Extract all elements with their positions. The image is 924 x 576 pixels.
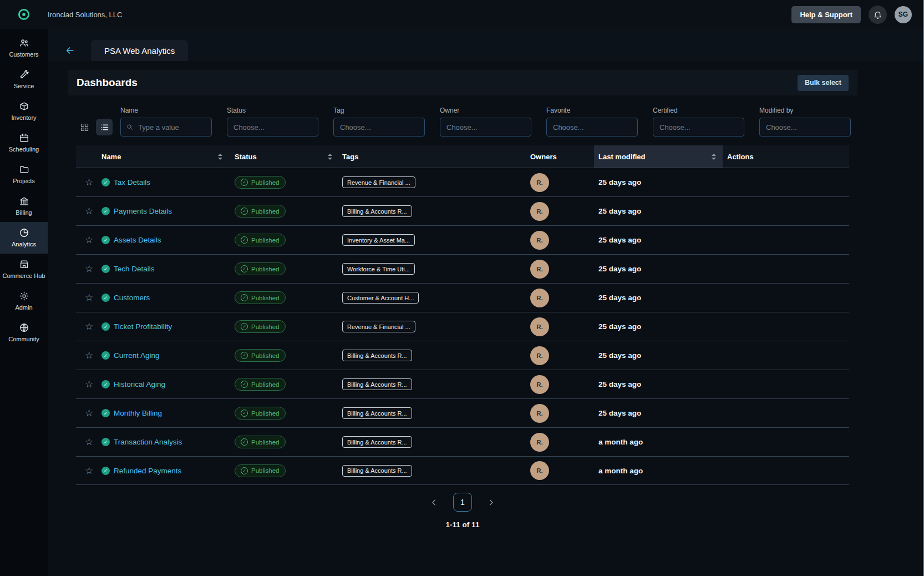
- page-number-button[interactable]: 1: [453, 493, 472, 512]
- owner-avatar[interactable]: R.: [530, 346, 549, 365]
- dashboard-name-link[interactable]: Current Aging: [114, 351, 160, 360]
- filter-search-input[interactable]: [137, 123, 206, 132]
- grid-view-icon[interactable]: [76, 119, 93, 135]
- owner-avatar[interactable]: R.: [530, 202, 549, 221]
- bulk-select-button[interactable]: Bulk select: [798, 75, 849, 91]
- notifications-bell-icon[interactable]: [869, 6, 887, 24]
- table-row: ☆✓Monthly Billing✓PublishedBilling & Acc…: [76, 398, 849, 427]
- dashboard-name-link[interactable]: Refunded Payments: [114, 467, 181, 475]
- tag-chip[interactable]: Revenue & Financial ...: [342, 321, 415, 332]
- owner-avatar[interactable]: R.: [530, 461, 549, 480]
- dashboard-name-link[interactable]: Assets Details: [114, 236, 161, 244]
- owner-avatar[interactable]: R.: [530, 375, 549, 394]
- dashboard-name-link[interactable]: Monthly Billing: [114, 409, 162, 417]
- sidebar-item-scheduling[interactable]: Scheduling: [0, 127, 48, 159]
- filter-choose-input[interactable]: [658, 123, 739, 132]
- owner-avatar[interactable]: R.: [530, 231, 549, 250]
- dashboard-name-link[interactable]: Transaction Analysis: [114, 438, 182, 446]
- filter-field-status: Status: [227, 107, 318, 137]
- sidebar-item-billing[interactable]: Billing: [0, 190, 48, 222]
- favorite-star-icon[interactable]: ☆: [85, 293, 93, 302]
- gear-icon: [19, 291, 29, 301]
- status-badge: ✓Published: [235, 262, 286, 275]
- owner-avatar[interactable]: R.: [530, 433, 549, 452]
- filter-choose-input[interactable]: [765, 123, 845, 132]
- table-row: ☆✓Tax Details✓PublishedRevenue & Financi…: [76, 168, 849, 196]
- filter-choose-input[interactable]: [552, 123, 632, 132]
- tag-chip[interactable]: Billing & Accounts R...: [342, 465, 412, 477]
- table-header: Name Status Tags Owners: [76, 145, 849, 168]
- tags-cell: Billing & Accounts R...: [339, 399, 526, 427]
- sidebar-item-service[interactable]: Service: [0, 64, 48, 95]
- actions-cell: [723, 284, 849, 312]
- column-header-last-modified[interactable]: Last modified: [594, 145, 723, 168]
- filter-choose-input[interactable]: [445, 123, 526, 132]
- owner-avatar[interactable]: R.: [530, 317, 549, 336]
- panel-header: Dashboards Bulk select: [68, 70, 857, 95]
- dashboard-name-link[interactable]: Historical Aging: [114, 380, 165, 388]
- help-support-button[interactable]: Help & Support: [791, 6, 861, 23]
- dashboard-name-link[interactable]: Customers: [114, 294, 150, 302]
- sidebar-item-commerce-hub[interactable]: Commerce Hub: [0, 254, 48, 285]
- owner-avatar[interactable]: R.: [530, 404, 549, 423]
- column-header-status[interactable]: Status: [229, 145, 339, 168]
- favorite-star-icon[interactable]: ☆: [85, 351, 93, 360]
- favorite-star-icon[interactable]: ☆: [85, 408, 93, 418]
- dashboard-name-link[interactable]: Ticket Profitability: [114, 322, 172, 331]
- next-page-icon[interactable]: [486, 498, 496, 507]
- favorite-star-icon[interactable]: ☆: [85, 264, 93, 274]
- tag-chip[interactable]: Inventory & Asset Ma...: [342, 234, 415, 246]
- sidebar-item-inventory[interactable]: Inventory: [0, 95, 48, 127]
- dashboard-name-link[interactable]: Payments Details: [114, 207, 172, 215]
- owner-avatar[interactable]: R.: [530, 173, 549, 192]
- filter-choose-input[interactable]: [232, 123, 313, 132]
- owner-avatar[interactable]: R.: [530, 289, 549, 307]
- favorite-star-icon[interactable]: ☆: [85, 235, 93, 245]
- favorite-star-icon[interactable]: ☆: [85, 322, 93, 331]
- sidebar-item-community[interactable]: Community: [0, 317, 48, 348]
- check-circle-icon: ✓: [241, 208, 248, 215]
- filter-choose-input[interactable]: [339, 123, 419, 132]
- table-row: ☆✓Tech Details✓PublishedWorkforce & Time…: [76, 254, 849, 283]
- sidebar-item-admin[interactable]: Admin: [0, 285, 48, 317]
- back-arrow-button[interactable]: [64, 45, 75, 56]
- sidebar-item-analytics[interactable]: Analytics: [0, 222, 48, 254]
- favorite-star-icon[interactable]: ☆: [85, 466, 93, 476]
- sidebar-item-projects[interactable]: Projects: [0, 159, 48, 190]
- dashboard-name-link[interactable]: Tech Details: [114, 265, 155, 273]
- owner-avatar[interactable]: R.: [530, 260, 549, 279]
- tag-chip[interactable]: Revenue & Financial ...: [342, 176, 415, 188]
- tag-chip[interactable]: Workforce & Time Uti...: [342, 263, 415, 275]
- column-header-name[interactable]: Name: [100, 145, 229, 168]
- favorite-star-icon[interactable]: ☆: [85, 437, 93, 447]
- brand-logo-icon[interactable]: [0, 7, 48, 22]
- table-row: ☆✓Refunded Payments✓PublishedBilling & A…: [76, 456, 849, 485]
- status-cell: ✓Published: [229, 284, 339, 312]
- status-badge: ✓Published: [235, 436, 286, 448]
- list-view-icon[interactable]: [96, 119, 113, 135]
- tag-chip[interactable]: Billing & Accounts R...: [342, 378, 412, 390]
- sidebar-item-label: Community: [8, 336, 39, 343]
- tag-chip[interactable]: Customer & Account H...: [342, 292, 419, 304]
- favorite-star-icon[interactable]: ☆: [85, 178, 93, 187]
- sidebar-item-customers[interactable]: Customers: [0, 32, 48, 64]
- prev-page-icon[interactable]: [429, 498, 439, 507]
- last-modified-cell: a month ago: [594, 428, 723, 456]
- column-header-actions: Actions: [723, 145, 849, 168]
- tag-chip[interactable]: Billing & Accounts R...: [342, 407, 412, 419]
- owners-cell: R.: [526, 284, 594, 312]
- owners-cell: R.: [526, 341, 594, 370]
- sidebar-item-label: Commerce Hub: [2, 272, 45, 280]
- tag-chip[interactable]: Billing & Accounts R...: [342, 205, 412, 217]
- favorite-star-icon[interactable]: ☆: [85, 380, 93, 389]
- tag-chip[interactable]: Billing & Accounts R...: [342, 350, 412, 361]
- check-circle-icon: ✓: [241, 410, 248, 417]
- user-avatar[interactable]: SG: [895, 6, 912, 23]
- tag-chip[interactable]: Billing & Accounts R...: [342, 436, 412, 448]
- favorite-star-icon[interactable]: ☆: [85, 206, 93, 216]
- tab-psa-web-analytics[interactable]: PSA Web Analytics: [91, 40, 188, 61]
- name-cell: ✓Payments Details: [100, 197, 229, 225]
- name-cell: ✓Ticket Profitability: [100, 312, 229, 341]
- results-summary: 1-11 of 11: [68, 521, 857, 529]
- dashboard-name-link[interactable]: Tax Details: [114, 178, 150, 186]
